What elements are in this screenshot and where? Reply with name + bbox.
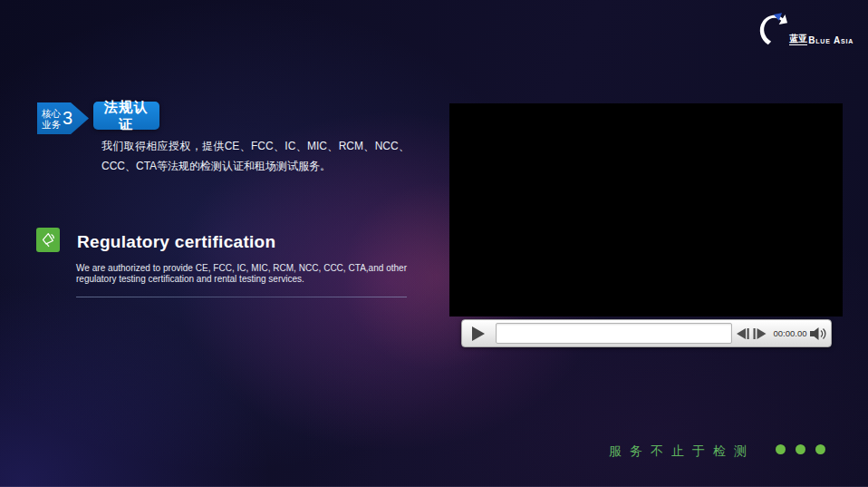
speaker-icon[interactable] [810,326,828,340]
core-business-line1: 核心 [42,108,61,119]
video-area[interactable] [449,103,843,317]
core-business-badge: 核心 业务 3 [37,102,89,134]
section-title-button[interactable]: 法规认证 [93,102,159,130]
footer-dots [776,444,825,454]
footer-dot [776,444,786,454]
section-body-en: We are authorized to provide CE, FCC, IC… [76,263,407,284]
brand-name-cn: 蓝亚 [789,34,807,45]
brand-name: 蓝亚 Blue Asia [789,34,854,47]
time-display: 00:00.00 [768,320,812,346]
skip-forward-icon[interactable] [753,328,767,339]
footer-dot [796,444,805,454]
brand-logo: 蓝亚 Blue Asia [757,13,854,47]
seek-bar[interactable] [496,323,732,344]
brand-name-en: Blue Asia [808,35,854,45]
megaphone-icon [36,228,60,252]
section-title-en: Regulatory certification [77,232,275,252]
section-body-cn: 我们取得相应授权，提供CE、FCC、IC、MIC、RCM、NCC、CCC、CTA… [101,137,410,176]
skip-back-icon[interactable] [737,328,750,339]
media-control-bar: 00:00.00 [461,319,832,347]
footer-slogan: 服务不止于检测 [609,443,755,460]
play-icon[interactable] [471,326,486,341]
swoosh-arrow-icon [757,13,787,47]
footer-dot [815,444,825,454]
core-business-label: 核心 业务 [42,108,61,130]
core-business-line2: 业务 [42,119,61,130]
core-business-number: 3 [63,108,72,129]
slide: 蓝亚 Blue Asia 核心 业务 3 法规认证 我们取得相应授权，提供CE、… [0,0,868,487]
divider-line [76,297,407,297]
